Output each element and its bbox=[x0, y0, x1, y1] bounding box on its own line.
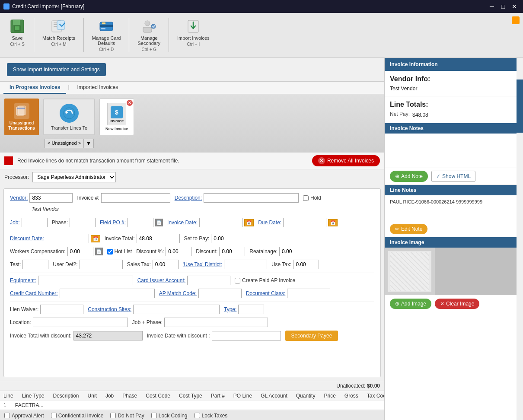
show-html-button[interactable]: ✓ Show HTML bbox=[431, 171, 475, 182]
image-thumbnail[interactable] bbox=[388, 251, 431, 292]
set-to-pay-input[interactable] bbox=[211, 234, 254, 243]
credit-card-num-input[interactable] bbox=[60, 289, 155, 298]
invoice-date-input[interactable] bbox=[199, 218, 242, 227]
due-date-label[interactable]: Due Date: bbox=[258, 220, 281, 226]
nav-in-progress[interactable]: In Progress Invoices bbox=[3, 82, 66, 94]
job-phase-input[interactable] bbox=[164, 318, 268, 327]
ap-match-code-label[interactable]: AP Match Code: bbox=[159, 290, 197, 296]
workers-comp-input[interactable] bbox=[67, 247, 93, 256]
discount-date-calendar-button[interactable]: 📅 bbox=[91, 235, 100, 242]
discount-pct-input[interactable] bbox=[166, 247, 191, 256]
approval-alert-checkbox[interactable] bbox=[4, 413, 10, 418]
description-label[interactable]: Description: bbox=[175, 195, 202, 201]
discount-input[interactable] bbox=[219, 247, 245, 256]
job-label[interactable]: Job: bbox=[10, 220, 20, 226]
clear-image-button[interactable]: ✕ Clear Image bbox=[435, 299, 479, 309]
svg-rect-1 bbox=[13, 20, 20, 25]
invoice-close-tag[interactable]: ✕ bbox=[127, 100, 133, 106]
table-row[interactable]: 1 PACETRA... bbox=[0, 401, 384, 410]
sales-tax-input[interactable] bbox=[153, 260, 179, 269]
construction-sites-input[interactable] bbox=[133, 305, 220, 314]
unassigned-select-text: < Unassigned > bbox=[45, 139, 83, 148]
lock-coding-checkbox[interactable] bbox=[151, 413, 157, 418]
new-invoice-tile[interactable]: ✕ $ INVOICE New Invoice bbox=[99, 99, 134, 135]
construction-sites-label[interactable]: Construction Sites: bbox=[88, 306, 131, 312]
show-import-button[interactable]: Show Import Information and Settings bbox=[7, 63, 106, 76]
nav-imported[interactable]: Imported Invoices bbox=[71, 82, 124, 94]
user-def2-input[interactable] bbox=[80, 260, 123, 269]
match-receipts-button[interactable]: Match Receipts Ctrl + M bbox=[38, 16, 80, 49]
processor-select[interactable]: Sage Paperless Administrator bbox=[32, 172, 116, 182]
do-not-pay-checkbox[interactable] bbox=[110, 413, 116, 418]
import-invoices-button[interactable]: Import Invoices Ctrl + I bbox=[172, 16, 214, 49]
save-button[interactable]: Save Ctrl + S bbox=[4, 16, 30, 49]
unassigned-dropdown-arrow[interactable]: ▼ bbox=[83, 139, 94, 148]
edit-note-button[interactable]: ✏ Edit Note bbox=[390, 224, 427, 234]
equipment-label[interactable]: Equipment: bbox=[10, 277, 36, 283]
due-date-calendar-button[interactable]: 📅 bbox=[328, 219, 338, 226]
lien-waiver-input[interactable] bbox=[40, 305, 83, 314]
discount-date-input[interactable] bbox=[46, 234, 89, 243]
due-date-input[interactable] bbox=[283, 218, 326, 227]
confidential-invoice-check[interactable]: Confidential Invoice bbox=[51, 413, 104, 419]
lock-taxes-checkbox[interactable] bbox=[195, 413, 200, 418]
ap-match-code-input[interactable] bbox=[198, 289, 242, 298]
field-po-input[interactable] bbox=[128, 218, 153, 227]
document-class-input[interactable] bbox=[287, 289, 330, 298]
discount-date-label[interactable]: Discount Date: bbox=[10, 235, 44, 242]
card-issuer-input[interactable] bbox=[187, 276, 230, 285]
workers-comp-doc-button[interactable]: 📄 bbox=[95, 248, 103, 255]
manage-secondary-button[interactable]: ManageSecondary Ctrl + G bbox=[133, 16, 165, 54]
add-image-button[interactable]: ⊕ Add Image bbox=[390, 299, 431, 309]
minimize-button[interactable]: ─ bbox=[487, 2, 497, 11]
test-input[interactable] bbox=[22, 260, 48, 269]
equipment-input[interactable] bbox=[38, 276, 133, 285]
secondary-payee-button[interactable]: Secondary Payee bbox=[285, 331, 338, 341]
retainage-input[interactable] bbox=[279, 247, 305, 256]
transfer-lines-button[interactable]: Transfer Lines To bbox=[43, 99, 95, 135]
unassigned-transactions-button[interactable]: Unassigned Transactions bbox=[4, 99, 39, 135]
do-not-pay-check[interactable]: Do Not Pay bbox=[110, 413, 144, 419]
lock-coding-check[interactable]: Lock Coding bbox=[151, 413, 188, 419]
description-input[interactable] bbox=[204, 193, 299, 203]
toolbar-sep-2 bbox=[83, 18, 84, 52]
workers-comp-label: Workers Compensation: bbox=[10, 248, 66, 255]
field-po-label[interactable]: Field PO #: bbox=[100, 220, 126, 226]
vendor-label[interactable]: Vendor: bbox=[10, 195, 28, 201]
manage-card-defaults-button[interactable]: Manage CardDefaults Ctrl + D bbox=[87, 16, 126, 54]
use-tax-input[interactable] bbox=[293, 260, 319, 269]
invoice-date-label[interactable]: Invoice Date: bbox=[167, 220, 198, 226]
card-issuer-label[interactable]: Card Issuer Account: bbox=[137, 277, 185, 283]
use-tax-district-input[interactable] bbox=[224, 260, 267, 269]
type-input[interactable] bbox=[238, 305, 264, 314]
document-class-label[interactable]: Document Class: bbox=[246, 290, 285, 296]
vendor-input[interactable] bbox=[29, 193, 73, 203]
match-receipts-label: Match Receipts bbox=[42, 35, 75, 41]
field-po-doc-button[interactable]: 📄 bbox=[155, 219, 163, 226]
col-line-type: Line Type bbox=[22, 393, 45, 399]
job-input[interactable] bbox=[22, 218, 48, 227]
remove-all-button[interactable]: ✕ Remove All Invoices bbox=[312, 155, 380, 166]
invoice-total-discount-input[interactable] bbox=[73, 331, 143, 340]
discount-label: Discount: bbox=[196, 248, 217, 255]
lock-taxes-check[interactable]: Lock Taxes bbox=[195, 413, 228, 419]
hot-list-checkbox[interactable] bbox=[107, 249, 113, 255]
hold-checkbox[interactable] bbox=[303, 195, 309, 201]
invoice-date-calendar-button[interactable]: 📅 bbox=[244, 219, 254, 226]
add-note-button[interactable]: ⊕ Add Note bbox=[390, 171, 428, 182]
credit-card-num-label[interactable]: Credit Card Number: bbox=[10, 290, 58, 296]
approval-alert-check[interactable]: Approval Alert bbox=[4, 413, 44, 419]
phase-input[interactable] bbox=[70, 218, 96, 227]
hide-sidebar-button[interactable]: Hide Sidebar bbox=[517, 80, 523, 131]
create-paid-checkbox[interactable] bbox=[235, 278, 240, 283]
confidential-invoice-checkbox[interactable] bbox=[51, 413, 57, 418]
use-tax-district-label[interactable]: 'Use Tax' District: bbox=[183, 261, 222, 267]
maximize-button[interactable]: □ bbox=[498, 2, 508, 11]
invoice-total-input[interactable] bbox=[137, 234, 180, 243]
location-input[interactable] bbox=[33, 318, 128, 327]
form-row-2: Job: Phase: Field PO #: 📄 Invoice Date: … bbox=[10, 218, 374, 227]
type-label[interactable]: Type: bbox=[224, 306, 236, 312]
invoice-date-discount-input[interactable] bbox=[212, 331, 281, 340]
close-button[interactable]: ✕ bbox=[509, 2, 520, 11]
invoice-num-input[interactable] bbox=[101, 193, 170, 203]
